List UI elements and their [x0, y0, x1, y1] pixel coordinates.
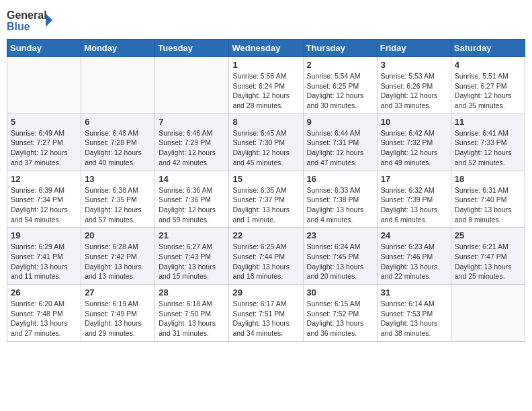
calendar-cell [155, 57, 229, 114]
svg-marker-2 [46, 13, 52, 27]
col-header-saturday: Saturday [451, 40, 525, 57]
calendar-cell: 25Sunrise: 6:21 AMSunset: 7:47 PMDayligh… [451, 228, 525, 285]
day-number: 13 [85, 174, 151, 184]
calendar-cell: 28Sunrise: 6:18 AMSunset: 7:50 PMDayligh… [155, 285, 229, 342]
calendar-cell: 8Sunrise: 6:45 AMSunset: 7:30 PMDaylight… [229, 113, 303, 171]
day-number: 28 [159, 287, 225, 298]
calendar-cell: 29Sunrise: 6:17 AMSunset: 7:51 PMDayligh… [229, 285, 303, 342]
col-header-thursday: Thursday [303, 40, 377, 57]
day-number: 11 [455, 117, 521, 127]
cell-info: Sunrise: 5:56 AMSunset: 6:24 PMDaylight:… [232, 71, 299, 111]
cell-info: Sunrise: 6:27 AMSunset: 7:43 PMDaylight:… [159, 242, 225, 281]
calendar-cell: 22Sunrise: 6:25 AMSunset: 7:44 PMDayligh… [229, 228, 303, 285]
calendar-cell: 9Sunrise: 6:44 AMSunset: 7:31 PMDaylight… [303, 113, 377, 171]
calendar-week-row: 26Sunrise: 6:20 AMSunset: 7:48 PMDayligh… [7, 285, 525, 342]
calendar-cell: 24Sunrise: 6:23 AMSunset: 7:46 PMDayligh… [377, 228, 451, 285]
day-number: 30 [307, 287, 373, 298]
cell-info: Sunrise: 6:49 AMSunset: 7:27 PMDaylight:… [11, 128, 77, 168]
cell-info: Sunrise: 6:24 AMSunset: 7:45 PMDaylight:… [307, 242, 373, 281]
day-number: 23 [307, 230, 373, 240]
day-number: 27 [85, 287, 151, 298]
calendar-week-row: 19Sunrise: 6:29 AMSunset: 7:41 PMDayligh… [7, 228, 525, 285]
calendar-week-row: 1Sunrise: 5:56 AMSunset: 6:24 PMDaylight… [7, 57, 525, 114]
calendar-cell: 10Sunrise: 6:42 AMSunset: 7:32 PMDayligh… [377, 113, 451, 171]
calendar-cell [451, 285, 525, 342]
col-header-monday: Monday [81, 40, 155, 57]
calendar-cell: 6Sunrise: 6:48 AMSunset: 7:28 PMDaylight… [81, 113, 155, 171]
cell-info: Sunrise: 6:46 AMSunset: 7:29 PMDaylight:… [159, 128, 225, 168]
cell-info: Sunrise: 6:15 AMSunset: 7:52 PMDaylight:… [307, 299, 373, 338]
day-number: 1 [232, 60, 299, 70]
cell-info: Sunrise: 6:20 AMSunset: 7:48 PMDaylight:… [11, 299, 77, 338]
cell-info: Sunrise: 5:54 AMSunset: 6:25 PMDaylight:… [307, 71, 373, 111]
day-number: 16 [307, 174, 373, 184]
cell-info: Sunrise: 6:18 AMSunset: 7:50 PMDaylight:… [159, 299, 225, 338]
calendar-cell: 27Sunrise: 6:19 AMSunset: 7:49 PMDayligh… [81, 285, 155, 342]
day-number: 12 [11, 174, 77, 184]
col-header-sunday: Sunday [7, 40, 81, 57]
calendar-cell: 26Sunrise: 6:20 AMSunset: 7:48 PMDayligh… [7, 285, 81, 342]
cell-info: Sunrise: 6:25 AMSunset: 7:44 PMDaylight:… [232, 242, 299, 281]
cell-info: Sunrise: 6:45 AMSunset: 7:30 PMDaylight:… [232, 128, 299, 168]
calendar-cell: 12Sunrise: 6:39 AMSunset: 7:34 PMDayligh… [7, 171, 81, 228]
cell-info: Sunrise: 6:39 AMSunset: 7:34 PMDaylight:… [11, 185, 77, 225]
cell-info: Sunrise: 6:28 AMSunset: 7:42 PMDaylight:… [85, 242, 151, 281]
day-number: 29 [232, 287, 299, 298]
calendar-cell: 3Sunrise: 5:53 AMSunset: 6:26 PMDaylight… [377, 57, 451, 114]
calendar-table: SundayMondayTuesdayWednesdayThursdayFrid… [7, 39, 525, 342]
day-number: 24 [381, 230, 447, 240]
calendar-cell: 21Sunrise: 6:27 AMSunset: 7:43 PMDayligh… [155, 228, 229, 285]
calendar-cell: 23Sunrise: 6:24 AMSunset: 7:45 PMDayligh… [303, 228, 377, 285]
calendar-cell [81, 57, 155, 114]
calendar-cell: 5Sunrise: 6:49 AMSunset: 7:27 PMDaylight… [7, 113, 81, 171]
calendar-cell: 13Sunrise: 6:38 AMSunset: 7:35 PMDayligh… [81, 171, 155, 228]
calendar-week-row: 5Sunrise: 6:49 AMSunset: 7:27 PMDaylight… [7, 113, 525, 171]
calendar-cell: 15Sunrise: 6:35 AMSunset: 7:37 PMDayligh… [229, 171, 303, 228]
day-number: 15 [232, 174, 299, 184]
calendar-cell: 20Sunrise: 6:28 AMSunset: 7:42 PMDayligh… [81, 228, 155, 285]
day-number: 10 [381, 117, 447, 127]
calendar-cell: 7Sunrise: 6:46 AMSunset: 7:29 PMDaylight… [155, 113, 229, 171]
calendar-cell: 1Sunrise: 5:56 AMSunset: 6:24 PMDaylight… [229, 57, 303, 114]
cell-info: Sunrise: 6:19 AMSunset: 7:49 PMDaylight:… [85, 299, 151, 338]
calendar-cell: 11Sunrise: 6:41 AMSunset: 7:33 PMDayligh… [451, 113, 525, 171]
page-header: GeneralBlue [7, 7, 525, 34]
cell-info: Sunrise: 6:44 AMSunset: 7:31 PMDaylight:… [307, 128, 373, 168]
day-number: 6 [85, 117, 151, 127]
day-number: 22 [232, 230, 299, 240]
calendar-week-row: 12Sunrise: 6:39 AMSunset: 7:34 PMDayligh… [7, 171, 525, 228]
day-number: 8 [232, 117, 299, 127]
day-number: 19 [11, 230, 77, 240]
day-number: 26 [11, 287, 77, 298]
day-number: 31 [381, 287, 447, 298]
cell-info: Sunrise: 6:48 AMSunset: 7:28 PMDaylight:… [85, 128, 151, 168]
calendar-cell: 19Sunrise: 6:29 AMSunset: 7:41 PMDayligh… [7, 228, 81, 285]
day-number: 3 [381, 60, 447, 70]
svg-text:General: General [7, 9, 47, 21]
day-number: 5 [11, 117, 77, 127]
col-header-tuesday: Tuesday [155, 40, 229, 57]
day-number: 18 [455, 174, 521, 184]
day-number: 4 [455, 60, 521, 70]
cell-info: Sunrise: 6:41 AMSunset: 7:33 PMDaylight:… [455, 128, 521, 168]
day-number: 2 [307, 60, 373, 70]
cell-info: Sunrise: 6:42 AMSunset: 7:32 PMDaylight:… [381, 128, 447, 168]
cell-info: Sunrise: 5:51 AMSunset: 6:27 PMDaylight:… [455, 71, 521, 111]
cell-info: Sunrise: 6:29 AMSunset: 7:41 PMDaylight:… [11, 242, 77, 281]
cell-info: Sunrise: 6:21 AMSunset: 7:47 PMDaylight:… [455, 242, 521, 281]
logo: GeneralBlue [7, 7, 54, 34]
cell-info: Sunrise: 5:53 AMSunset: 6:26 PMDaylight:… [381, 71, 447, 111]
calendar-cell: 2Sunrise: 5:54 AMSunset: 6:25 PMDaylight… [303, 57, 377, 114]
day-number: 20 [85, 230, 151, 240]
calendar-cell: 4Sunrise: 5:51 AMSunset: 6:27 PMDaylight… [451, 57, 525, 114]
calendar-cell: 31Sunrise: 6:14 AMSunset: 7:53 PMDayligh… [377, 285, 451, 342]
cell-info: Sunrise: 6:17 AMSunset: 7:51 PMDaylight:… [232, 299, 299, 338]
day-number: 9 [307, 117, 373, 127]
logo-svg: GeneralBlue [7, 7, 54, 34]
col-header-friday: Friday [377, 40, 451, 57]
cell-info: Sunrise: 6:32 AMSunset: 7:39 PMDaylight:… [381, 185, 447, 225]
calendar-cell: 14Sunrise: 6:36 AMSunset: 7:36 PMDayligh… [155, 171, 229, 228]
cell-info: Sunrise: 6:36 AMSunset: 7:36 PMDaylight:… [159, 185, 225, 225]
cell-info: Sunrise: 6:35 AMSunset: 7:37 PMDaylight:… [232, 185, 299, 225]
calendar-header-row: SundayMondayTuesdayWednesdayThursdayFrid… [7, 40, 525, 57]
